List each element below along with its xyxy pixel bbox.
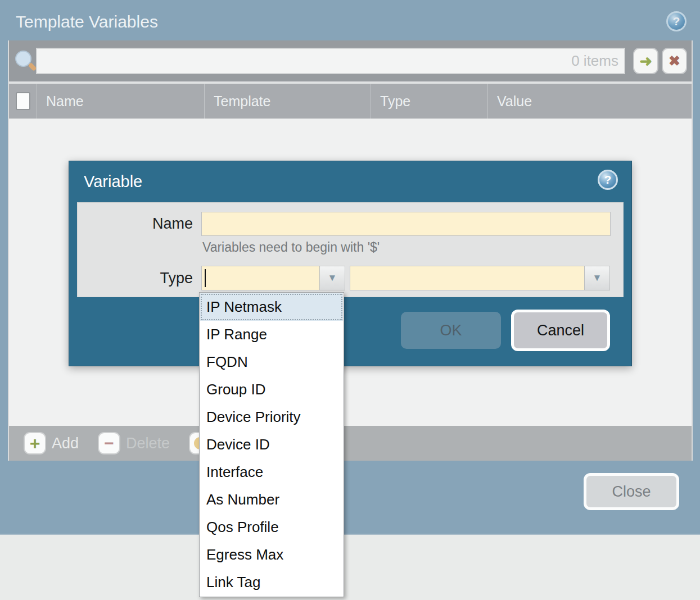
type-field-label: Type bbox=[78, 266, 193, 290]
type-dropdown-list: IP Netmask IP RangeFQDNGroup IDDevice Pr… bbox=[199, 292, 344, 597]
column-header-value[interactable]: Value bbox=[488, 84, 692, 119]
dropdown-option[interactable]: As Number bbox=[200, 486, 343, 513]
dropdown-option[interactable]: Group ID bbox=[200, 376, 343, 403]
dropdown-option[interactable]: Egress Max bbox=[200, 541, 343, 569]
value-combo-input[interactable] bbox=[350, 266, 585, 290]
dropdown-option[interactable]: Interface bbox=[200, 458, 343, 486]
action-toolbar: + Add − Delete Clone bbox=[9, 426, 692, 461]
dialog-title: Template Variables bbox=[16, 12, 158, 31]
modal-title: Variable bbox=[84, 172, 142, 191]
text-cursor bbox=[205, 269, 206, 287]
dropdown-option[interactable]: Link Tag bbox=[200, 569, 343, 596]
ok-button[interactable]: OK bbox=[401, 312, 501, 349]
type-combo-input[interactable] bbox=[201, 266, 320, 290]
apply-filter-button[interactable]: ➜ bbox=[634, 49, 657, 73]
close-x-icon: ✖ bbox=[669, 53, 680, 69]
cancel-button[interactable]: Cancel bbox=[511, 310, 610, 351]
name-field-hint: Variables need to begin with '$' bbox=[202, 240, 380, 255]
add-icon: + bbox=[25, 433, 45, 453]
arrow-right-icon: ➜ bbox=[639, 52, 652, 70]
help-icon[interactable]: ? bbox=[666, 11, 687, 31]
header-checkbox-cell bbox=[9, 84, 37, 119]
select-all-checkbox[interactable] bbox=[16, 92, 30, 110]
search-icon bbox=[13, 49, 36, 72]
column-header-name[interactable]: Name bbox=[37, 84, 205, 119]
delete-button[interactable]: − Delete bbox=[99, 433, 170, 453]
chevron-down-icon: ▼ bbox=[328, 272, 337, 284]
delete-button-label: Delete bbox=[126, 435, 170, 452]
dropdown-option[interactable]: Device ID bbox=[200, 431, 343, 458]
variable-modal: Variable ? Name Variables need to begin … bbox=[69, 161, 632, 366]
add-button-label: Add bbox=[52, 435, 79, 452]
delete-icon: − bbox=[99, 433, 119, 453]
value-combo-dropdown-button[interactable]: ▼ bbox=[584, 266, 610, 290]
search-toolbar: 0 items ➜ ✖ bbox=[9, 40, 692, 81]
dropdown-option[interactable]: Qos Profile bbox=[200, 513, 343, 541]
modal-help-icon[interactable]: ? bbox=[598, 170, 618, 190]
column-header-template[interactable]: Template bbox=[205, 84, 371, 119]
dropdown-option[interactable]: IP Netmask bbox=[200, 293, 343, 321]
close-button[interactable]: Close bbox=[584, 473, 679, 510]
modal-form-panel: Name Variables need to begin with '$' Ty… bbox=[77, 202, 624, 297]
name-field-label: Name bbox=[78, 212, 193, 236]
name-field[interactable] bbox=[201, 212, 611, 236]
search-input[interactable] bbox=[36, 48, 625, 74]
screen: Template Variables ? 0 items ➜ ✖ bbox=[0, 0, 700, 600]
dropdown-option[interactable]: IP Range bbox=[200, 321, 343, 348]
table-header: Name Template Type Value bbox=[9, 84, 692, 119]
dropdown-option[interactable]: Device Priority bbox=[200, 403, 343, 431]
clear-filter-button[interactable]: ✖ bbox=[663, 49, 686, 73]
column-header-type[interactable]: Type bbox=[371, 84, 488, 119]
chevron-down-icon: ▼ bbox=[593, 272, 602, 284]
type-combo-dropdown-button[interactable]: ▼ bbox=[319, 266, 345, 290]
add-button[interactable]: + Add bbox=[25, 433, 79, 453]
dropdown-option[interactable]: FQDN bbox=[200, 348, 343, 376]
